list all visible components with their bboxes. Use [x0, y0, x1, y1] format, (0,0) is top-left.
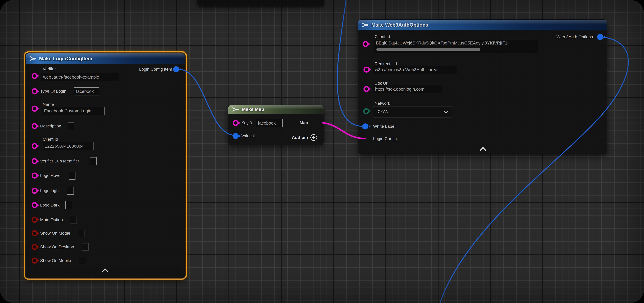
- make-struct-icon: [362, 22, 368, 28]
- logo-hover-input[interactable]: [69, 172, 76, 180]
- pin-client-id[interactable]: [362, 41, 368, 47]
- pin-label: Show On Modal: [40, 231, 70, 236]
- pin-label: Logo Dark: [40, 203, 60, 208]
- pin-client-id[interactable]: [32, 143, 38, 149]
- make-map-icon: [232, 107, 239, 112]
- pin-label: Verifier Sub Identifier: [40, 159, 79, 164]
- pin-main-option[interactable]: [32, 217, 38, 223]
- pin-label: Key 0: [241, 120, 252, 125]
- chevron-down-icon: [444, 109, 448, 113]
- logo-light-input[interactable]: [67, 187, 74, 195]
- collapse-node-chevron-icon[interactable]: [480, 147, 486, 153]
- node-title: Make LoginConfigItem: [39, 56, 92, 62]
- add-pin-plus-icon: [310, 134, 317, 141]
- pin-redirect-url[interactable]: [364, 66, 370, 72]
- pin-label: Show On Mobile: [40, 258, 71, 263]
- pin-logo-dark[interactable]: [32, 202, 38, 208]
- pin-label: Main Option: [40, 217, 63, 222]
- pin-white-label[interactable]: [362, 124, 368, 130]
- client-id-input[interactable]: 1222658941886084: [43, 142, 94, 150]
- pin-label: White Label: [373, 124, 395, 129]
- pin-label: Map: [300, 120, 308, 125]
- node-title: Make Web3AuthOptions: [371, 22, 428, 28]
- verifier-input[interactable]: web3auth-facebook-example: [41, 73, 119, 81]
- pin-value-0[interactable]: [233, 133, 239, 139]
- pin-network[interactable]: [363, 108, 369, 114]
- pin-label: Web 3Auth Options: [556, 34, 593, 40]
- pin-label: Logo Light: [40, 188, 60, 193]
- network-selected-value: CYAN: [378, 110, 388, 114]
- redirect-url-input[interactable]: w3a://com.w3a.Web3AuthUnreal: [373, 66, 457, 74]
- pin-label: Client Id: [43, 137, 58, 142]
- pin-web3auth-options-out[interactable]: [597, 34, 603, 40]
- offscreen-node-stub[interactable]: [197, 0, 324, 6]
- collapse-node-chevron-icon[interactable]: [102, 268, 108, 275]
- pin-label: Name: [43, 102, 54, 107]
- node-make-loginconfigitem[interactable]: Make LoginConfigItem Verifier web3auth-f…: [26, 53, 185, 278]
- add-pin-label: Add pin: [292, 135, 308, 140]
- show-on-mobile-checkbox[interactable]: [79, 257, 86, 264]
- type-of-login-input[interactable]: facebook: [74, 87, 99, 96]
- sdk-url-input[interactable]: https://sdk.openlogin.com: [373, 85, 442, 93]
- pin-show-on-modal[interactable]: [32, 230, 38, 236]
- pin-verifier-sub-identifier[interactable]: [32, 158, 38, 164]
- verifier-sub-identifier-input[interactable]: [90, 157, 97, 165]
- pin-label: Login Config: [373, 136, 397, 141]
- pin-label: Login Config Item: [139, 67, 172, 72]
- show-on-desktop-checkbox[interactable]: [82, 243, 89, 250]
- node-title: Make Map: [242, 107, 264, 112]
- pin-logo-hover[interactable]: [32, 172, 38, 178]
- pin-show-on-mobile[interactable]: [32, 258, 38, 264]
- main-option-checkbox[interactable]: [70, 216, 77, 224]
- pin-label: Logo Hover: [40, 173, 62, 178]
- pin-login-config-item-out[interactable]: [173, 66, 179, 72]
- pin-label: Type Of Login: [40, 89, 66, 94]
- add-pin-button[interactable]: Add pin: [292, 134, 317, 141]
- node-header[interactable]: Make Web3AuthOptions: [358, 20, 607, 30]
- pin-type-of-login[interactable]: [32, 88, 38, 94]
- pin-label: Show On Desktop: [40, 244, 74, 249]
- key-0-input[interactable]: facebook: [256, 119, 282, 127]
- pin-show-on-desktop[interactable]: [32, 244, 38, 250]
- client-id-scrollbar[interactable]: [376, 48, 480, 51]
- pin-key-0[interactable]: [233, 120, 239, 126]
- pin-logo-light[interactable]: [32, 188, 38, 194]
- pin-label: Network: [374, 101, 390, 106]
- pin-label: Description: [40, 124, 61, 128]
- make-struct-icon: [30, 56, 36, 61]
- pin-name[interactable]: [32, 106, 38, 112]
- description-input[interactable]: [68, 122, 74, 130]
- pin-verifier[interactable]: [32, 73, 38, 79]
- pin-label: Client Id: [374, 34, 390, 39]
- node-make-map[interactable]: Make Map Key 0 facebook Map Value 0 Add …: [228, 105, 324, 144]
- node-header[interactable]: Make Map: [228, 105, 324, 114]
- show-on-modal-checkbox[interactable]: [78, 230, 84, 237]
- pin-description[interactable]: [32, 123, 38, 129]
- node-header[interactable]: Make LoginConfigItem: [26, 53, 185, 64]
- pin-sdk-url[interactable]: [364, 86, 370, 92]
- logo-dark-input[interactable]: [66, 201, 72, 209]
- name-input[interactable]: Facebook Custom Login: [42, 107, 105, 115]
- pin-label: Value 0: [241, 134, 255, 138]
- network-dropdown[interactable]: CYAN: [373, 106, 452, 118]
- pin-label: Verifier: [43, 66, 56, 72]
- node-make-web3authoptions[interactable]: Make Web3AuthOptions Client Id BEglQSgt4…: [358, 20, 607, 154]
